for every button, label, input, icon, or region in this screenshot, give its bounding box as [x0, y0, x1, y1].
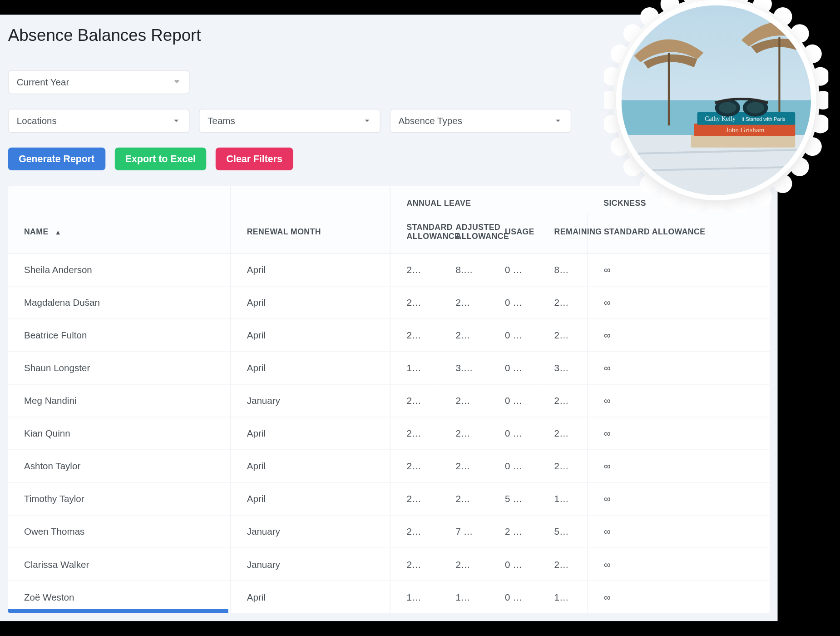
- cell-sick-standard-allowance: ∞: [588, 286, 770, 319]
- cell-standard-allowance: 20 days: [390, 515, 440, 548]
- cell-name: Zoë Weston: [8, 581, 231, 613]
- cell-name: Meg Nandini: [8, 384, 231, 417]
- cell-adjusted-allowance: 20 days: [440, 319, 489, 352]
- cell-usage: 0 days: [489, 581, 539, 613]
- table-row[interactable]: Zoë WestonApril12.5 days12.5 days0 days1…: [8, 581, 770, 613]
- cell-renewal-month: April: [231, 286, 390, 319]
- cell-standard-allowance: 12.5 days: [390, 352, 440, 384]
- generate-report-button[interactable]: Generate Report: [8, 148, 105, 170]
- table-row[interactable]: Kian QuinnApril20 days20 days0 days20 da…: [8, 417, 770, 450]
- teams-select[interactable]: Teams: [199, 109, 380, 133]
- table-row[interactable]: Shaun LongsterApril12.5 days3.5 days0 da…: [8, 352, 770, 384]
- cell-usage: 0 days: [489, 286, 539, 319]
- cell-remaining: 8.5 days: [538, 253, 588, 286]
- cell-sick-standard-allowance: ∞: [588, 319, 770, 352]
- cell-adjusted-allowance: 20 days: [440, 482, 489, 515]
- year-select[interactable]: Current Year: [8, 70, 190, 94]
- column-header-remaining[interactable]: REMAINING: [538, 213, 588, 253]
- absence-types-select[interactable]: Absence Types: [390, 109, 571, 133]
- cell-adjusted-allowance: 7 days: [440, 515, 489, 548]
- table-row[interactable]: Sheila AndersonApril20 days8.5 days0 day…: [8, 253, 770, 286]
- cell-name: Beatrice Fulton: [8, 319, 231, 352]
- cell-sick-standard-allowance: ∞: [588, 482, 770, 515]
- horizontal-scrollbar-thumb[interactable]: [8, 609, 228, 613]
- svg-point-45: [719, 102, 736, 114]
- table-row[interactable]: Magdalena DušanApril20 days20 days0 days…: [8, 286, 770, 319]
- clear-filters-button[interactable]: Clear Filters: [216, 148, 293, 170]
- table-row[interactable]: Clarissa WalkerJanuary20 days20 days0 da…: [8, 548, 770, 581]
- cell-name: Magdalena Dušan: [8, 286, 231, 319]
- cell-name: Clarissa Walker: [8, 548, 231, 581]
- caret-down-icon: [362, 115, 372, 126]
- cell-remaining: 15 days: [538, 482, 588, 515]
- cell-renewal-month: April: [231, 417, 390, 450]
- svg-point-46: [746, 102, 764, 114]
- cell-renewal-month: April: [231, 482, 390, 515]
- cell-adjusted-allowance: 12.5 days: [440, 581, 489, 613]
- cell-renewal-month: April: [231, 450, 390, 482]
- cell-standard-allowance: 20 days: [390, 417, 440, 450]
- cell-sick-standard-allowance: ∞: [588, 548, 770, 581]
- cell-adjusted-allowance: 20 days: [440, 417, 489, 450]
- decorative-beach-photo: John Grisham It Started with Paris Cathy…: [616, 0, 816, 200]
- cell-usage: 0 days: [489, 352, 539, 384]
- svg-text:John Grisham: John Grisham: [726, 126, 765, 134]
- cell-renewal-month: January: [231, 548, 390, 581]
- cell-remaining: 20 days: [538, 450, 588, 482]
- cell-adjusted-allowance: 20 days: [440, 548, 489, 581]
- cell-sick-standard-allowance: ∞: [588, 417, 770, 450]
- cell-remaining: 12.5 days: [538, 581, 588, 613]
- svg-rect-37: [691, 135, 796, 148]
- cell-remaining: 20 days: [538, 384, 588, 417]
- cell-sick-standard-allowance: ∞: [588, 384, 770, 417]
- cell-remaining: 20 days: [538, 319, 588, 352]
- cell-standard-allowance: 20 days: [390, 319, 440, 352]
- cell-renewal-month: April: [231, 253, 390, 286]
- cell-adjusted-allowance: 20 days: [440, 384, 489, 417]
- cell-standard-allowance: 12.5 days: [390, 581, 440, 613]
- cell-renewal-month: January: [231, 515, 390, 548]
- cell-adjusted-allowance: 3.5 days: [440, 352, 489, 384]
- cell-standard-allowance: 20 days: [390, 286, 440, 319]
- group-header-annual-leave: ANNUAL LEAVE: [390, 186, 588, 213]
- locations-select[interactable]: Locations: [8, 109, 190, 133]
- cell-usage: 0 days: [489, 319, 539, 352]
- table-row[interactable]: Meg NandiniJanuary20 days20 days0 days20…: [8, 384, 770, 417]
- table-row[interactable]: Timothy TaylorApril20 days20 days5 days1…: [8, 482, 770, 515]
- cell-adjusted-allowance: 8.5 days: [440, 253, 489, 286]
- export-excel-button[interactable]: Export to Excel: [114, 148, 206, 170]
- cell-usage: 0 days: [489, 548, 539, 581]
- svg-text:It Started with Paris: It Started with Paris: [741, 116, 786, 122]
- caret-down-icon: [172, 115, 181, 126]
- cell-adjusted-allowance: 20 days: [440, 286, 489, 319]
- table-row[interactable]: Ashton TaylorApril20 days20 days0 days20…: [8, 450, 770, 482]
- cell-usage: 0 days: [489, 253, 539, 286]
- cell-remaining: 20 days: [538, 417, 588, 450]
- year-select-label: Current Year: [17, 77, 69, 88]
- cell-standard-allowance: 20 days: [390, 450, 440, 482]
- absence-types-select-label: Absence Types: [399, 115, 462, 126]
- cell-standard-allowance: 20 days: [390, 253, 440, 286]
- cell-remaining: 5 days: [538, 515, 588, 548]
- cell-sick-standard-allowance: ∞: [588, 581, 770, 613]
- cell-remaining: 20 days: [538, 548, 588, 581]
- sort-ascending-icon: ▴: [56, 229, 60, 236]
- chevron-down-icon: [173, 77, 181, 88]
- column-header-name[interactable]: NAME ▴: [8, 213, 231, 253]
- cell-name: Owen Thomas: [8, 515, 231, 548]
- column-header-name-label: NAME: [24, 227, 49, 237]
- table-row[interactable]: Owen ThomasJanuary20 days7 days2 days5 d…: [8, 515, 770, 548]
- column-header-sick-standard-allowance[interactable]: STANDARD ALLOWANCE: [588, 213, 770, 253]
- column-header-standard-allowance[interactable]: STANDARD ALLOWANCE: [390, 213, 440, 253]
- cell-usage: 2 days: [489, 515, 539, 548]
- locations-select-label: Locations: [17, 115, 57, 126]
- table-row[interactable]: Beatrice FultonApril20 days20 days0 days…: [8, 319, 770, 352]
- cell-usage: 0 days: [489, 417, 539, 450]
- cell-sick-standard-allowance: ∞: [588, 450, 770, 482]
- column-header-renewal-month[interactable]: RENEWAL MONTH: [231, 213, 390, 253]
- cell-renewal-month: April: [231, 581, 390, 613]
- cell-name: Timothy Taylor: [8, 482, 231, 515]
- cell-adjusted-allowance: 20 days: [440, 450, 489, 482]
- cell-name: Ashton Taylor: [8, 450, 231, 482]
- cell-remaining: 20 days: [538, 286, 588, 319]
